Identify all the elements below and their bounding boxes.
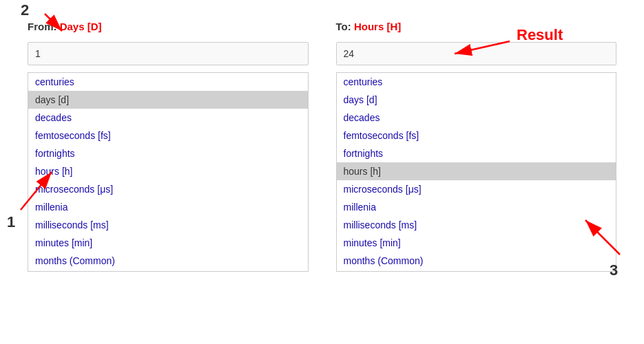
list-item[interactable]: microseconds [μs] — [337, 180, 616, 198]
left-from-label: From: — [28, 21, 57, 32]
right-panel: To: Hours [H] centuriesdays [d]decadesfe… — [336, 21, 617, 272]
right-to-value: Hours [H] — [354, 21, 401, 32]
list-item[interactable]: minutes [min] — [337, 234, 616, 252]
list-item[interactable]: months (Common) — [28, 252, 308, 270]
list-item[interactable]: femtoseconds [fs] — [337, 127, 616, 144]
list-item[interactable]: fortnights — [28, 144, 308, 162]
list-item[interactable]: decades — [337, 109, 616, 127]
list-item[interactable]: days [d] — [337, 91, 616, 109]
list-item[interactable]: minutes [min] — [28, 234, 308, 252]
left-from-value: Days [D] — [60, 21, 102, 32]
list-item[interactable]: decades — [28, 109, 308, 127]
list-item[interactable]: millenia — [337, 198, 616, 216]
list-item[interactable]: milliseconds [ms] — [28, 216, 308, 234]
list-item[interactable]: days [d] — [28, 91, 308, 109]
main-container: From: Days [D] centuriesdays [d]decadesf… — [0, 0, 644, 292]
list-item[interactable]: hours [h] — [28, 162, 308, 180]
list-item[interactable]: months (Synodic) — [28, 270, 308, 272]
list-item[interactable]: femtoseconds [fs] — [28, 127, 308, 144]
left-list-box[interactable]: centuriesdays [d]decadesfemtoseconds [fs… — [28, 72, 309, 272]
right-panel-header: To: Hours [H] — [336, 21, 617, 32]
right-list-box[interactable]: centuriesdays [d]decadesfemtoseconds [fs… — [336, 72, 617, 272]
list-item[interactable]: microseconds [μs] — [28, 180, 308, 198]
list-item[interactable]: millenia — [28, 198, 308, 216]
list-item[interactable]: months (Synodic) — [337, 270, 616, 272]
list-item[interactable]: fortnights — [337, 144, 616, 162]
left-panel-header: From: Days [D] — [28, 21, 309, 32]
list-item[interactable]: milliseconds [ms] — [337, 216, 616, 234]
list-item[interactable]: centuries — [28, 73, 308, 91]
right-input[interactable] — [336, 42, 617, 65]
list-item[interactable]: centuries — [337, 73, 616, 91]
left-input[interactable] — [28, 42, 309, 65]
list-item[interactable]: hours [h] — [337, 162, 616, 180]
list-item[interactable]: months (Common) — [337, 252, 616, 270]
right-to-label: To: — [336, 21, 351, 32]
left-panel: From: Days [D] centuriesdays [d]decadesf… — [28, 21, 309, 272]
